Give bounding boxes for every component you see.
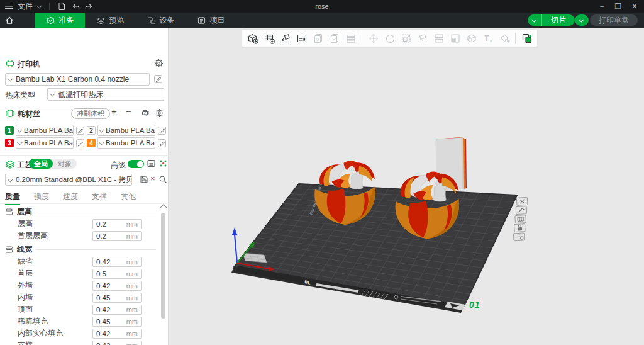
home-button[interactable] (0, 13, 19, 28)
printer-preset-value: Bambu Lab X1 Carbon 0.4 nozzle (16, 75, 129, 84)
restore-button[interactable]: ❐ (610, 0, 626, 13)
param-input[interactable]: 0.2 mm (92, 219, 142, 229)
close-button[interactable]: × (626, 0, 643, 13)
variable-layer-height-icon (343, 31, 358, 46)
filament-select-1[interactable]: Bambu PLA Basic (16, 125, 74, 136)
param-input[interactable]: 0.42 mm (92, 257, 142, 267)
edit-filament-icon-1[interactable] (75, 126, 85, 135)
edit-filament-icon-2[interactable] (157, 126, 167, 135)
param-input[interactable]: 0.2 mm (92, 231, 142, 241)
param-label: 顶面 (18, 304, 93, 315)
file-menu-chevron-icon[interactable] (36, 3, 42, 8)
file-menu[interactable]: 文件 (18, 1, 33, 12)
add-filament-button[interactable]: + (111, 106, 117, 116)
delete-plate-icon[interactable] (516, 198, 528, 206)
scroll-up-icon[interactable] (160, 204, 167, 211)
param-label: 层高 (18, 218, 93, 229)
hamburger-menu-icon[interactable] (5, 4, 13, 9)
slice-options-button[interactable] (528, 14, 542, 26)
search-settings-icon[interactable] (158, 175, 167, 184)
param-input[interactable]: 0.42 mm (92, 305, 142, 315)
bed-type-label: 热床类型 (5, 90, 35, 101)
viewport-toolbar: 0 P Ta (242, 29, 538, 48)
param-unit: mm (126, 306, 138, 314)
settings-compare-icon[interactable] (158, 159, 168, 168)
undo-icon[interactable] (71, 2, 80, 11)
chevron-down-icon (8, 76, 13, 81)
add-plate-icon[interactable] (261, 31, 277, 46)
print-plate-button[interactable]: 打印单盘 (590, 14, 638, 26)
assembly-view-icon[interactable] (519, 31, 535, 46)
viewport-3d[interactable]: BL Bambu Lab plate 01 (169, 28, 644, 345)
auto-orient-icon[interactable] (277, 31, 293, 46)
filament-name: Bambu PLA Basic (106, 139, 155, 147)
arrange-plate-icon[interactable] (516, 206, 527, 215)
param-input[interactable]: 0.45 mm (92, 317, 142, 327)
param-input[interactable]: 0.42 mm (92, 281, 142, 291)
printer-settings-gear-icon[interactable] (154, 59, 164, 68)
section-header-层高[interactable]: 层高 (5, 205, 158, 218)
bed-type-select[interactable]: 低温打印热床 (47, 88, 164, 101)
tab-prepare[interactable]: 准备 (35, 13, 85, 28)
scrollbar-thumb[interactable] (161, 213, 165, 319)
param-unit: mm (126, 330, 138, 337)
param-row: 首层 0.5 mm (18, 268, 158, 280)
add-model-icon[interactable] (245, 31, 260, 46)
tab-project[interactable]: 项目 (186, 13, 236, 28)
param-label: 首层 (18, 268, 93, 279)
new-project-icon[interactable] (57, 2, 66, 11)
flush-volume-button[interactable]: 冲刷体积 (71, 108, 110, 119)
device-icon (147, 16, 156, 25)
plate-settings-icon[interactable] (515, 215, 526, 223)
print-options-button[interactable] (575, 14, 589, 26)
edit-printer-preset-icon[interactable] (153, 74, 163, 84)
process-preset-select[interactable]: 0.20mm Standard @BBL X1C - 拷贝 (5, 174, 132, 186)
filament-select-2[interactable]: Bambu PLA Basic (97, 125, 155, 136)
filament-chip-2[interactable]: 2 (87, 126, 96, 135)
section-header-线宽[interactable]: 线宽 (5, 243, 158, 256)
filament-chip-1[interactable]: 1 (5, 126, 14, 135)
param-value: 0.42 (96, 330, 110, 337)
param-input[interactable]: 0.45 mm (92, 293, 142, 303)
slice-button[interactable]: 切片 (542, 14, 575, 26)
process-preset-value: 0.20mm Standard @BBL X1C - 拷贝 (16, 175, 132, 184)
redo-icon[interactable] (85, 2, 94, 11)
split-to-objects-icon (431, 31, 447, 46)
printer-preset-select[interactable]: Bambu Lab X1 Carbon 0.4 nozzle (5, 73, 150, 86)
param-input[interactable]: 0.42 mm (92, 341, 142, 345)
param-value: 0.5 (96, 270, 106, 278)
delete-preset-icon[interactable]: × (150, 174, 155, 183)
chevron-down-icon (99, 140, 104, 145)
minimize-button[interactable]: − (594, 0, 610, 13)
save-preset-icon[interactable] (140, 175, 148, 184)
section-title: 线宽 (17, 244, 32, 255)
auto-arrange-icon[interactable] (294, 31, 309, 46)
sync-filament-icon[interactable] (141, 108, 151, 118)
advanced-toggle[interactable] (128, 160, 144, 168)
tab-preview[interactable]: 预览 (85, 13, 135, 28)
tab-device[interactable]: 设备 (135, 13, 186, 28)
param-value: 0.42 (96, 282, 110, 290)
edit-filament-icon-3[interactable] (75, 139, 85, 148)
chevron-down-icon (579, 17, 584, 22)
scope-global[interactable]: 全局 (29, 159, 53, 169)
filament-select-3[interactable]: Bambu PLA Basic (16, 137, 74, 149)
param-value: 0.45 (96, 318, 110, 325)
filament-chip-3[interactable]: 3 (5, 139, 14, 147)
scrollbar[interactable] (159, 204, 167, 345)
scope-objects[interactable]: 对象 (53, 159, 77, 169)
objects-list-icon[interactable] (147, 159, 156, 168)
tab-label: 设备 (160, 15, 175, 26)
remove-filament-button[interactable]: − (126, 106, 131, 116)
lock-plate-icon[interactable] (514, 224, 526, 232)
edit-filament-icon-4[interactable] (157, 139, 167, 148)
filament-settings-gear-icon[interactable] (155, 108, 164, 118)
param-input[interactable]: 0.5 mm (92, 269, 142, 279)
filament-select-4[interactable]: Bambu PLA Basic (97, 137, 155, 149)
filament-chip-4[interactable]: 4 (87, 139, 96, 147)
chevron-down-icon (8, 177, 13, 182)
plate-filament-settings-icon[interactable] (513, 233, 525, 241)
param-label: 首层层高 (18, 230, 93, 241)
param-input[interactable]: 0.42 mm (92, 329, 142, 339)
prepare-icon (46, 16, 55, 25)
